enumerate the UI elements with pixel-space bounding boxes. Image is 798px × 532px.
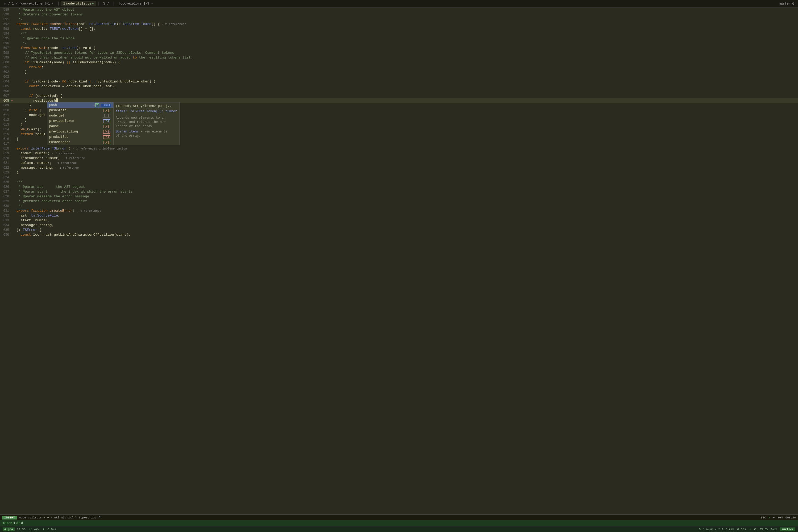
upload-speed: 0 B/s <box>48 528 56 531</box>
check-icon: ✓ <box>768 516 770 519</box>
tab-shell[interactable]: $ / <box>100 1 112 6</box>
line-num-597: 597 <box>0 46 11 51</box>
filetype-label: typescript <box>79 516 96 519</box>
ac-item-nodeget[interactable]: node.get [A] <box>47 113 113 118</box>
line-content-629: * @returns converted error object <box>15 199 798 204</box>
line-num-621: 621 <box>0 161 11 166</box>
ac-item-previoustoken[interactable]: previousToken [A] <box>47 118 113 124</box>
download-icon: ⬇ <box>749 528 751 531</box>
branch-label: master ψ <box>779 2 794 5</box>
code-line-590: 590 * @returns the converted Tokens <box>0 12 798 17</box>
editor[interactable]: 589 * @param ast the AST object 590 * @r… <box>0 7 798 514</box>
line-content-591: */ <box>15 17 798 22</box>
match-label: match <box>3 521 12 525</box>
ac-item-push[interactable]: push ω f [TSC] <box>47 102 113 108</box>
line-num-632: 632 <box>0 213 11 218</box>
ac-item-pushstate[interactable]: pushState [X] <box>47 108 113 113</box>
code-line-629: 629 * @returns converted error object <box>0 199 798 204</box>
line-content-589: * @param ast the AST object <box>15 7 798 12</box>
code-line-601: 601 return; <box>0 65 798 70</box>
line-content-601: return; <box>15 65 798 70</box>
git-branch: master ψ <box>777 2 796 5</box>
line-content-590: * @returns the converted Tokens <box>15 12 798 17</box>
line-num-606: 606 <box>0 89 11 94</box>
code-line-634: 634 message: string, <box>0 223 798 228</box>
tab-coc-explorer-1[interactable]: κ / 1 / [coc-explorer]-1 - <box>2 1 56 6</box>
tab-node-utils[interactable]: 2 node-utils.ts + <box>61 1 96 6</box>
code-line-604: 604 if (isToken(node) && node.kind !== S… <box>0 79 798 84</box>
upload-icon: ⬆ <box>42 528 44 531</box>
line-num-616: 616 <box>0 137 11 141</box>
ac-kind-f: f <box>95 103 99 107</box>
autocomplete-list: push ω f [TSC] pushState [X] node.get [A… <box>47 102 114 145</box>
encoding-label: utf-8[unix] <box>54 516 74 519</box>
code-line-596: 596 */ <box>0 41 798 46</box>
day-label: Wed <box>772 528 777 531</box>
ts-superscript: ᵀˢ <box>99 516 102 519</box>
ac-item-pause[interactable]: pause [X] <box>47 124 113 129</box>
autocomplete-popup[interactable]: push ω f [TSC] pushState [X] node.get [A… <box>47 102 180 145</box>
of-label: of <box>16 521 20 525</box>
line-content-607: if (converted) { <box>15 94 798 98</box>
code-line-600: 600 if (isComment(node) || isJSDocCommen… <box>0 60 798 65</box>
ac-label-push: push <box>49 103 92 107</box>
line-num-613: 613 <box>0 122 11 127</box>
code-line-598: 598 // TypeScript generates tokens for t… <box>0 51 798 55</box>
code-line-606: 606 <box>0 89 798 94</box>
tab-coc-explorer-3[interactable]: [coc-explorer]-3 - <box>116 1 156 6</box>
ac-item-productsub[interactable]: productSub [X] <box>47 134 113 140</box>
line-content-621: column: number; · 1 reference <box>15 161 798 166</box>
ac-label-pause: pause <box>49 125 93 128</box>
tilde-marker: ~ <box>11 98 15 103</box>
line-content-599: // and their children should not be walk… <box>15 55 798 60</box>
detail-description: Appends new elements to an array, and re… <box>116 116 177 129</box>
line-content-598: // TypeScript generates tokens for types… <box>15 51 798 55</box>
status-bar: INSERT node-utils.ts \ + \ utf-8[unix] \… <box>0 514 798 520</box>
path-sep3: \ <box>75 516 79 519</box>
line-num-602: 602 <box>0 70 11 75</box>
detail-param-of: of the Array. <box>116 134 177 138</box>
line-num-631: 631 <box>0 209 11 213</box>
tab-label-1: [coc-explorer]-1 - <box>19 2 54 5</box>
line-num-599: 599 <box>0 55 11 60</box>
match-total: 8 <box>21 521 23 525</box>
line-content-623: } <box>15 170 798 175</box>
line-content-631: export function createError( · 4 referen… <box>15 209 798 213</box>
line-content-622: message: string; · 1 reference <box>15 166 798 170</box>
code-line-603: 603 <box>0 75 798 79</box>
line-num-630: 630 <box>0 204 11 209</box>
code-line-602: 602 } <box>0 70 798 75</box>
main-content: 589 * @param ast the AST object 590 * @r… <box>0 7 798 514</box>
file-label: node-utils.ts <box>19 516 42 519</box>
tab-num-2: 2 <box>63 2 65 5</box>
code-line-626: 626 * @param ast the AST object <box>0 185 798 189</box>
ac-item-previoussibling[interactable]: previousSibling [X] <box>47 129 113 134</box>
line-num-628: 628 <box>0 194 11 199</box>
scroll-percent: 89% <box>778 516 783 519</box>
autocomplete-detail: (method) Array<Token>.push(... items: TS… <box>114 102 179 145</box>
line-content-630: */ <box>15 204 798 209</box>
ac-label-pushstate: pushState <box>49 109 93 112</box>
ac-kind-x1: [X] <box>103 109 110 112</box>
line-num-618: 618 <box>0 146 11 151</box>
line-content-597: function walk(node: ts.Node): void { <box>15 46 798 51</box>
line-num-625: 625 <box>0 180 11 185</box>
alpha-label: Alpha <box>3 528 15 531</box>
code-line-635: 635 ): TSError { <box>0 228 798 232</box>
code-line-623: 623 } <box>0 170 798 175</box>
line-num-615: 615 <box>0 132 11 137</box>
surface-label: surface <box>780 528 795 531</box>
line-content-593: const result: TSESTree.Token[] = []; <box>15 26 798 32</box>
code-line-621: 621 column: number; · 1 reference <box>0 161 798 166</box>
match-num: 1 <box>13 521 15 525</box>
ac-item-pushmanager[interactable]: PushManager [X] <box>47 140 113 145</box>
ac-kind-x4: [X] <box>103 135 110 139</box>
line-num-605: 605 <box>0 84 11 89</box>
code-line-618: 618 export interface TSError { · 3 refer… <box>0 146 798 151</box>
line-num-634: 634 <box>0 223 11 228</box>
code-line-625: 625 /** <box>0 180 798 185</box>
line-content-604: if (isToken(node) && node.kind !== Synta… <box>15 79 798 84</box>
cpu-usage: C: 35.6% <box>754 528 768 531</box>
line-content-636: const loc = ast.getLineAndCharacterOfPos… <box>15 232 798 237</box>
ac-label-nodeget: node.get <box>49 114 93 118</box>
